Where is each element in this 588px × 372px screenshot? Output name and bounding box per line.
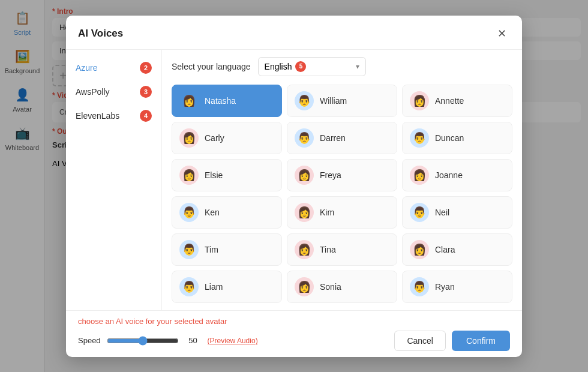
voice-name-natasha: Natasha xyxy=(205,96,236,106)
voice-card-annette[interactable]: 👩Annette xyxy=(402,85,512,117)
voice-name-william: William xyxy=(320,96,347,106)
voice-name-duncan: Duncan xyxy=(435,133,464,143)
elevenlabs-badge: 4 xyxy=(140,110,152,122)
voice-card-elsie[interactable]: 👩Elsie xyxy=(172,159,282,191)
voice-avatar-joanne: 👩 xyxy=(410,166,429,185)
voice-avatar-ryan: 👨 xyxy=(410,277,429,296)
speed-value: 50 xyxy=(185,336,202,345)
voice-card-freya[interactable]: 👩Freya xyxy=(287,159,397,191)
voice-name-darren: Darren xyxy=(320,133,346,143)
voice-avatar-neil: 👨 xyxy=(410,203,429,222)
modal-body: Azure 2 AwsPolly 3 ElevenLabs 4 Select y… xyxy=(66,50,522,310)
voice-avatar-tim: 👨 xyxy=(179,240,199,259)
voice-name-ken: Ken xyxy=(205,208,220,217)
voice-avatar-william: 👨 xyxy=(295,91,314,110)
voice-card-natasha[interactable]: 👩Natasha xyxy=(172,85,282,117)
chevron-down-icon: ▾ xyxy=(356,62,359,71)
voice-card-neil[interactable]: 👨Neil xyxy=(402,196,512,229)
voice-card-ken[interactable]: 👨Ken xyxy=(172,196,282,229)
voice-avatar-duncan: 👨 xyxy=(410,128,429,148)
voice-avatar-liam: 👨 xyxy=(179,277,199,296)
provider-awspolly[interactable]: AwsPolly 3 xyxy=(66,81,161,103)
azure-badge: 2 xyxy=(140,62,152,74)
voice-avatar-tina: 👩 xyxy=(295,240,314,259)
voice-card-carly[interactable]: 👩Carly xyxy=(172,122,282,154)
ai-voices-modal: AI Voices ✕ Azure 2 AwsPolly 3 ElevenLab… xyxy=(66,16,522,357)
voice-name-annette: Annette xyxy=(435,96,464,106)
voice-name-freya: Freya xyxy=(320,170,341,180)
voice-avatar-freya: 👩 xyxy=(295,166,314,185)
voice-card-kim[interactable]: 👩Kim xyxy=(287,196,397,229)
voice-name-liam: Liam xyxy=(205,282,223,292)
voice-card-duncan[interactable]: 👨Duncan xyxy=(402,122,512,154)
voice-name-tina: Tina xyxy=(320,245,336,254)
voice-name-carly: Carly xyxy=(205,133,224,143)
cancel-button[interactable]: Cancel xyxy=(394,331,446,351)
provider-elevenlabs[interactable]: ElevenLabs 4 xyxy=(66,105,161,127)
voice-card-liam[interactable]: 👨Liam xyxy=(172,271,282,303)
voice-card-ryan[interactable]: 👨Ryan xyxy=(402,271,512,303)
voice-avatar-sonia: 👩 xyxy=(295,277,314,296)
modal-footer: choose an AI voice for your selected ava… xyxy=(66,310,522,357)
voice-avatar-natasha: 👩 xyxy=(179,91,199,110)
voice-avatar-ken: 👨 xyxy=(179,203,199,222)
voice-card-joanne[interactable]: 👩Joanne xyxy=(402,159,512,191)
voice-name-joanne: Joanne xyxy=(435,170,463,180)
footer-controls: Speed 50 (Preview Audio) Cancel Confirm xyxy=(78,331,510,351)
language-label: Select your language xyxy=(172,62,251,71)
voice-name-clara: Clara xyxy=(435,245,455,254)
speed-row: Speed 50 (Preview Audio) xyxy=(78,336,258,346)
voice-name-kim: Kim xyxy=(320,208,334,217)
confirm-button[interactable]: Confirm xyxy=(452,331,510,351)
awspolly-badge: 3 xyxy=(140,86,152,98)
footer-buttons: Cancel Confirm xyxy=(394,331,510,351)
voice-name-elsie: Elsie xyxy=(205,170,223,180)
modal-header: AI Voices ✕ xyxy=(66,16,522,50)
speed-label: Speed xyxy=(78,336,101,345)
voice-avatar-darren: 👨 xyxy=(295,128,314,148)
provider-panel: Azure 2 AwsPolly 3 ElevenLabs 4 xyxy=(66,50,162,310)
language-value: English xyxy=(265,62,292,71)
modal-title: AI Voices xyxy=(78,28,123,40)
voice-name-tim: Tim xyxy=(205,245,218,254)
voice-card-william[interactable]: 👨William xyxy=(287,85,397,117)
language-select[interactable]: English 5 ▾ xyxy=(258,57,366,76)
voice-avatar-carly: 👩 xyxy=(179,128,199,148)
voice-name-sonia: Sonia xyxy=(320,282,341,292)
voice-grid: 👩Natasha👨William👩Annette👩Carly👨Darren👨Du… xyxy=(172,85,512,303)
provider-azure[interactable]: Azure 2 xyxy=(66,57,161,79)
modal-overlay: AI Voices ✕ Azure 2 AwsPolly 3 ElevenLab… xyxy=(0,0,588,372)
voice-card-darren[interactable]: 👨Darren xyxy=(287,122,397,154)
voice-name-neil: Neil xyxy=(435,208,449,217)
preview-audio-link[interactable]: (Preview Audio) xyxy=(208,337,258,345)
voice-avatar-kim: 👩 xyxy=(295,203,314,222)
voice-name-ryan: Ryan xyxy=(435,282,455,292)
voice-avatar-elsie: 👩 xyxy=(179,166,199,185)
voice-card-sonia[interactable]: 👩Sonia xyxy=(287,271,397,303)
voice-card-tim[interactable]: 👨Tim xyxy=(172,233,282,266)
speed-slider[interactable] xyxy=(107,336,179,346)
voice-panel: Select your language English 5 ▾ 👩Natash… xyxy=(162,50,522,310)
close-button[interactable]: ✕ xyxy=(493,25,510,42)
hint-text: choose an AI voice for your selected ava… xyxy=(78,317,510,326)
voice-avatar-clara: 👩 xyxy=(410,240,429,259)
language-badge: 5 xyxy=(295,61,306,72)
voice-card-tina[interactable]: 👩Tina xyxy=(287,233,397,266)
voice-card-clara[interactable]: 👩Clara xyxy=(402,233,512,266)
language-row: Select your language English 5 ▾ xyxy=(172,57,512,76)
voice-avatar-annette: 👩 xyxy=(410,91,429,110)
